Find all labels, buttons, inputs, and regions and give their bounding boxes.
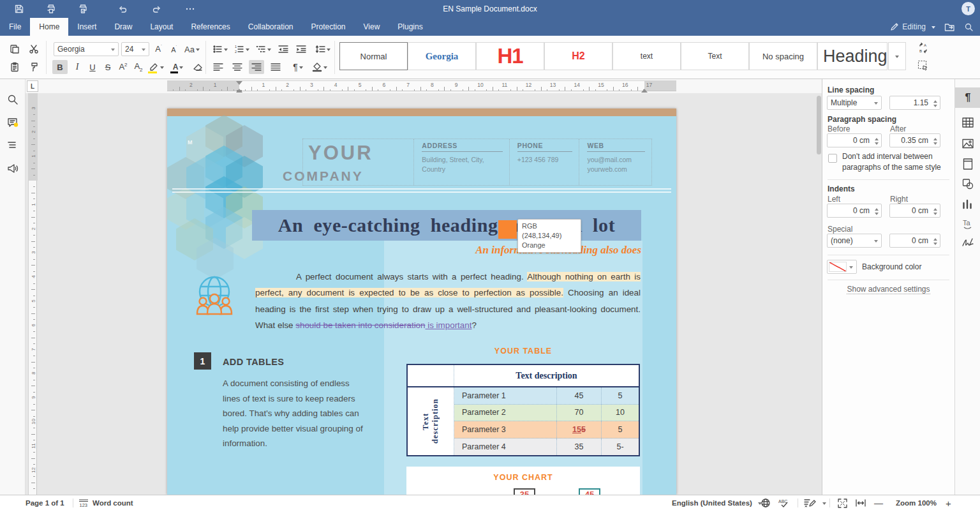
align-left-button[interactable] xyxy=(211,60,226,74)
document-subheading[interactable]: An informative subheading also does xyxy=(373,244,641,257)
tab-home[interactable]: Home xyxy=(30,18,68,36)
change-case-button[interactable]: Aa xyxy=(182,42,202,56)
page-indicator[interactable]: Page 1 of 1 xyxy=(26,495,64,510)
chart-panel[interactable]: YOUR CHART 35 45 xyxy=(406,467,640,495)
tab-layout[interactable]: Layout xyxy=(141,18,182,36)
chart-settings-tab[interactable] xyxy=(961,198,974,211)
background-color-button[interactable] xyxy=(827,260,857,274)
font-color-button[interactable]: A xyxy=(168,60,188,74)
language-selector[interactable]: English (United States) xyxy=(672,495,762,510)
style-h1[interactable]: H1 xyxy=(476,42,544,70)
find-button[interactable] xyxy=(6,93,19,106)
zoom-level[interactable]: Zoom 100% xyxy=(896,495,937,510)
shape-settings-tab[interactable] xyxy=(961,177,974,190)
word-count-button[interactable]: 123 Word count xyxy=(78,495,133,510)
bold-button[interactable]: B xyxy=(52,60,68,74)
increase-indent-button[interactable] xyxy=(293,42,309,56)
font-size-select[interactable]: 24 xyxy=(121,42,149,56)
line-spacing-button[interactable] xyxy=(313,42,333,56)
shading-button[interactable] xyxy=(310,60,329,74)
spacing-after-input[interactable]: 0.35 cm xyxy=(889,133,940,147)
feedback-button[interactable] xyxy=(6,162,19,175)
zoom-out-button[interactable]: — xyxy=(874,495,883,510)
indent-left-input[interactable]: 0 cm xyxy=(827,204,882,218)
comments-button[interactable] xyxy=(6,116,19,129)
spell-check-button[interactable]: ABC xyxy=(778,495,791,510)
subscript-button[interactable]: A2 xyxy=(131,60,145,74)
line-spacing-select[interactable]: Multiple xyxy=(827,96,882,110)
vertical-scrollbar[interactable] xyxy=(817,96,821,154)
tab-plugins[interactable]: Plugins xyxy=(389,18,431,36)
paste-button[interactable] xyxy=(8,60,22,74)
tab-protection[interactable]: Protection xyxy=(302,18,355,36)
tab-stop-selector[interactable]: L xyxy=(27,80,38,92)
document-canvas[interactable]: 321123456789101112 M YOUR COMPANY ADDRES… xyxy=(26,93,822,495)
copy-button[interactable] xyxy=(8,42,22,56)
style-no-spacing[interactable]: No spacing xyxy=(749,42,817,70)
paragraph-settings-tab[interactable]: ¶ xyxy=(961,91,974,104)
spacing-before-input[interactable]: 0 cm xyxy=(827,133,882,147)
align-justify-button[interactable] xyxy=(268,60,283,74)
horizontal-ruler[interactable]: L 211234567891011121314151617 xyxy=(26,79,822,93)
select-all-button[interactable] xyxy=(915,59,932,73)
increase-font-size-button[interactable]: A˙ xyxy=(152,42,166,56)
style-normal[interactable]: Normal xyxy=(339,42,408,70)
superscript-button[interactable]: A2 xyxy=(116,60,130,74)
italic-button[interactable]: I xyxy=(70,60,84,74)
search-button[interactable] xyxy=(964,22,974,32)
font-name-select[interactable]: Georgia xyxy=(54,42,119,56)
strikethrough-button[interactable]: S xyxy=(101,60,115,74)
styles-gallery-expand-button[interactable] xyxy=(888,42,906,70)
textart-settings-tab[interactable]: Ta xyxy=(961,217,974,230)
intro-paragraph[interactable]: A perfect document always starts with a … xyxy=(255,269,641,334)
multilevel-list-button[interactable] xyxy=(254,42,273,56)
style-text[interactable]: text xyxy=(612,42,681,70)
headings-navigation-button[interactable] xyxy=(6,139,19,152)
open-file-location-button[interactable] xyxy=(944,22,955,32)
signature-settings-tab[interactable] xyxy=(961,236,974,249)
bullets-button[interactable] xyxy=(211,42,230,56)
fit-page-button[interactable] xyxy=(837,495,848,510)
decrease-indent-button[interactable] xyxy=(276,42,291,56)
style-heading[interactable]: Heading xyxy=(817,42,887,70)
nonprinting-characters-button[interactable]: ¶ xyxy=(288,60,308,74)
cut-button[interactable] xyxy=(27,42,41,56)
vertical-ruler[interactable]: 321123456789101112 xyxy=(28,93,37,495)
same-style-interval-checkbox[interactable] xyxy=(828,154,837,163)
table-settings-tab[interactable] xyxy=(961,116,974,129)
tab-draw[interactable]: Draw xyxy=(105,18,141,36)
section-body-text[interactable]: A document consisting of endless lines o… xyxy=(223,376,366,451)
highlight-color-button[interactable] xyxy=(147,60,166,74)
indent-right-input[interactable]: 0 cm xyxy=(889,204,940,218)
tab-references[interactable]: References xyxy=(182,18,239,36)
track-changes-button[interactable] xyxy=(804,495,826,510)
align-right-button[interactable] xyxy=(249,60,264,74)
decrease-font-size-button[interactable]: A˙ xyxy=(167,42,181,56)
document-heading[interactable]: An eye-catching heading means a lot xyxy=(252,210,641,241)
numbered-list-button[interactable]: 12 xyxy=(232,42,251,56)
special-amount-input[interactable]: 0 cm xyxy=(889,234,940,248)
special-select[interactable]: (none) xyxy=(827,234,882,248)
tab-view[interactable]: View xyxy=(355,18,389,36)
document-table[interactable]: Text description Text description Parame… xyxy=(406,364,640,456)
align-center-button[interactable] xyxy=(230,60,245,74)
style-text2[interactable]: Text xyxy=(681,42,749,70)
editing-mode-button[interactable]: Editing xyxy=(890,22,935,31)
copy-style-button[interactable] xyxy=(27,60,41,74)
clear-style-button[interactable] xyxy=(190,60,205,74)
style-georgia[interactable]: Georgia xyxy=(408,42,476,70)
document-page[interactable]: M YOUR COMPANY ADDRESS Building, Street,… xyxy=(167,109,676,495)
image-settings-tab[interactable] xyxy=(961,137,974,150)
zoom-in-button[interactable]: + xyxy=(946,495,951,510)
show-advanced-settings-link[interactable]: Show advanced settings xyxy=(822,285,954,294)
set-document-language-button[interactable] xyxy=(761,495,771,510)
left-indent-marker[interactable] xyxy=(237,90,242,93)
header-footer-settings-tab[interactable] xyxy=(961,158,974,170)
style-h2[interactable]: H2 xyxy=(544,42,612,70)
fit-width-button[interactable] xyxy=(855,495,866,510)
tab-collaboration[interactable]: Collaboration xyxy=(239,18,302,36)
underline-button[interactable]: U xyxy=(85,60,100,74)
avatar[interactable]: T xyxy=(961,2,975,15)
replace-button[interactable]: AB xyxy=(915,41,932,55)
line-spacing-amount[interactable]: 1.15 xyxy=(889,96,940,110)
